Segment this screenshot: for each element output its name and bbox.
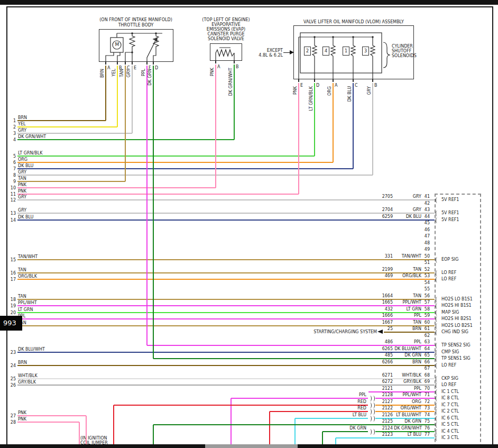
pin-number: 54 — [412, 280, 430, 285]
wire-color-label: ORG — [18, 157, 27, 162]
ignition-feed-wire — [295, 418, 368, 419]
pin-signal-label: CHG IND SIG — [441, 330, 468, 334]
vlom-group-label-line: CYLINDER — [392, 44, 413, 49]
pin-drop-wire — [353, 83, 354, 169]
pin-signal-label: TP SENS1 SIG — [441, 356, 471, 361]
circuit-number: 6271 — [367, 373, 393, 378]
circuit-number: 485 — [367, 353, 393, 358]
circuit-number: 2125 — [367, 419, 393, 424]
wire-color-label: LT GRN — [18, 307, 33, 312]
pin-number: 44 — [412, 214, 430, 219]
pin-number: 50 — [412, 254, 430, 259]
pin-letter: B — [236, 65, 239, 69]
evap-title-line: EVAPORATIVE — [194, 22, 258, 27]
row-number: 5 — [7, 154, 16, 159]
circuit-number: 2124 — [367, 426, 393, 431]
circuit-number: 432 — [367, 307, 393, 312]
pin-number: 55 — [412, 287, 430, 291]
ignition-feed-wire — [231, 398, 368, 399]
row-number: 10 — [7, 186, 16, 190]
vlom-title: VALVE LIFTER OIL MANIFOLD (VLOM) ASSEMBL… — [285, 20, 422, 24]
evap-coil-symbol — [210, 43, 242, 61]
ignition-feed-wire — [113, 405, 114, 448]
pin-stub — [372, 79, 373, 82]
pin-cavity-icon — [436, 310, 439, 316]
branch-wire-label: DK GRN — [335, 426, 366, 431]
pin-cavity-icon — [436, 376, 439, 382]
circuit-number: 2705 — [367, 194, 393, 199]
pin-drop-wire — [153, 358, 435, 359]
wire-color-label: BRN — [18, 360, 27, 365]
circuit-number: 1667 — [367, 320, 393, 325]
pin-cavity-icon — [436, 270, 439, 276]
circuit-number: 486 — [367, 340, 393, 344]
vlom-except-line: EXCEPT — [254, 48, 283, 53]
wire-color-label: TAN — [18, 268, 26, 272]
wire-color-label: TAN — [18, 294, 26, 299]
pin-stub — [298, 79, 299, 82]
pin-signal-label: IC 5 CTL — [441, 422, 459, 427]
pin-cavity-icon — [436, 217, 439, 223]
left-wire-row — [17, 175, 373, 176]
wire-color-label: DK BLU — [18, 163, 33, 168]
pin-cavity-icon — [436, 389, 439, 395]
pin-stub — [333, 79, 334, 82]
left-wire-row — [17, 162, 333, 163]
row-number: 20 — [7, 310, 16, 315]
row-number: 14 — [7, 218, 16, 223]
wire-color-label: GRY — [18, 128, 26, 133]
pin-wire-label: YEL — [112, 69, 116, 76]
evap-title-line: EMISSIONS (EVAP) — [194, 27, 258, 32]
pin-stub — [132, 62, 133, 65]
pin-cavity-icon — [436, 403, 439, 408]
pin-drop-wire — [234, 65, 235, 140]
pin-signal-label: IC 1 CTL — [441, 389, 459, 394]
pin-cavity-icon — [436, 435, 439, 441]
wire-color-label: DK GRN/WHT — [18, 134, 46, 139]
ignition-feed-wire — [375, 398, 435, 399]
pin-cavity-icon — [436, 330, 439, 335]
pin-cavity-icon — [436, 363, 439, 369]
pin-number: 51 — [412, 260, 430, 265]
row-number: 8 — [7, 173, 16, 178]
pin-signal-label: IC 7 CTL — [441, 403, 459, 407]
pin-stub — [117, 62, 118, 65]
pin-number: 48 — [412, 241, 430, 245]
circuit-number: 2122 — [367, 406, 393, 410]
pin-cavity-icon — [436, 323, 439, 329]
pin-stub — [146, 62, 147, 65]
wire-color-label: TAN — [18, 176, 26, 181]
ignition-feed-wire — [375, 411, 435, 412]
circuit-number: 469 — [367, 273, 393, 278]
pin-signal-label: 5V REF1 — [441, 217, 459, 222]
row-number: 24 — [7, 363, 16, 368]
left-wire-row — [17, 194, 299, 195]
except-arrow-icon — [290, 50, 294, 54]
left-wire-row — [17, 259, 435, 260]
pin-cavity-icon — [436, 409, 439, 415]
pin-cavity-icon — [436, 303, 439, 309]
wire-color-label: PPL/WHT — [18, 300, 37, 305]
wire-color-label: WHT/BLK — [18, 373, 38, 378]
pin-signal-label: IC 4 CTL — [441, 429, 459, 434]
pin-stub — [314, 79, 315, 82]
pin-cavity-icon — [436, 416, 439, 422]
pin-signal-label: HO2S LO B1S1 — [441, 297, 473, 301]
circuit-number: 2126 — [367, 413, 393, 417]
pin-letter: B — [374, 83, 377, 88]
solenoid-number: 1 — [343, 47, 349, 56]
branch-wire-label: PPL — [335, 392, 366, 397]
wire-color-label: GRY — [18, 195, 26, 199]
pin-number: 52 — [412, 267, 430, 272]
pin-drop-wire — [333, 83, 334, 162]
row-number: 23 — [7, 350, 16, 355]
left-wire-row — [17, 385, 435, 386]
circuit-number: 6272 — [367, 379, 393, 384]
pin-number: 41 — [412, 194, 430, 199]
pin-drop-wire — [215, 65, 216, 188]
pin-drop-wire — [298, 83, 299, 194]
row-number: 3 — [7, 131, 16, 136]
engine-wiring-diagram: (ON FRONT OF INTAKE MANIFOLD) THROTTLE B… — [0, 0, 498, 448]
pin-number: 75 — [412, 419, 430, 424]
pin-number: 62 — [412, 333, 430, 338]
